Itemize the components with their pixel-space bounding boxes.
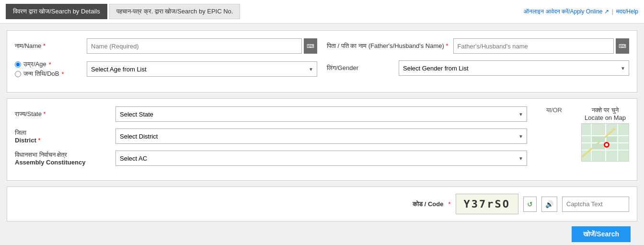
name-group: नाम/Name * ⌨	[15, 38, 317, 54]
dob-radio[interactable]	[15, 71, 21, 77]
ac-select-wrapper: Select AC	[115, 151, 527, 166]
age-select[interactable]: Select Age from List	[87, 61, 317, 77]
location-fields: राज्य/State * Select State जिला District	[15, 106, 527, 173]
external-link-icon: ↗	[604, 8, 609, 15]
age-group: उम्र/Age * जन्म तिथि/DoB * Select Age fr…	[15, 60, 317, 78]
district-label: जिला District *	[15, 129, 111, 144]
tab-group: विवरण द्वारा खोज/Search by Details पहचान…	[6, 4, 240, 19]
state-select-wrapper: Select State	[115, 106, 527, 122]
main-content: नाम/Name * ⌨ पिता / पति का नाम (Father's…	[0, 23, 644, 245]
svg-rect-9	[607, 137, 617, 142]
father-label: पिता / पति का नाम (Father's/Husband's Na…	[327, 42, 448, 50]
age-dob-radio-group: उम्र/Age * जन्म तिथि/DoB *	[15, 60, 82, 78]
captcha-input[interactable]	[562, 197, 629, 212]
dob-radio-label[interactable]: जन्म तिथि/DoB *	[15, 70, 82, 78]
map-thumbnail[interactable]	[581, 123, 629, 162]
state-required-star: *	[44, 110, 46, 117]
audio-icon: 🔊	[545, 200, 553, 208]
keyboard-icon: ⌨	[307, 43, 314, 49]
refresh-icon: ↺	[527, 200, 533, 208]
search-button[interactable]: खोजें/Search	[572, 226, 631, 242]
district-required-star: *	[38, 137, 40, 144]
captcha-image: Y37rSO	[456, 194, 518, 214]
or-divider: या/OR	[537, 106, 572, 114]
location-inner: राज्य/State * Select State जिला District	[15, 106, 629, 173]
name-input[interactable]	[87, 38, 302, 54]
ac-row: विधानसभा निर्वाचन क्षेत्र Assembly Const…	[15, 151, 527, 166]
locate-label: नक्शे पर चुने Locate on Map	[585, 106, 626, 121]
tab-search-by-details[interactable]: विवरण द्वारा खोज/Search by Details	[6, 4, 107, 19]
father-required-star: *	[446, 42, 448, 49]
age-select-wrapper: Select Age from List	[87, 61, 317, 77]
map-svg	[582, 124, 629, 162]
father-input-group: ⌨	[453, 38, 630, 54]
name-label: नाम/Name *	[15, 42, 82, 50]
svg-point-12	[605, 143, 608, 146]
age-radio[interactable]	[15, 61, 21, 68]
father-keyboard-button[interactable]: ⌨	[616, 38, 629, 54]
captcha-section: कोड / Code * Y37rSO ↺ 🔊	[7, 187, 637, 222]
ac-select[interactable]: Select AC	[115, 151, 527, 166]
location-section: राज्य/State * Select State जिला District	[7, 98, 637, 181]
father-group: पिता / पति का नाम (Father's/Husband's Na…	[327, 38, 629, 54]
father-input[interactable]	[453, 38, 614, 54]
state-select[interactable]: Select State	[115, 106, 527, 122]
top-bar: विवरण द्वारा खोज/Search by Details पहचान…	[0, 0, 644, 23]
name-input-group: ⌨	[87, 38, 317, 54]
search-button-group: खोजें/Search	[7, 222, 637, 242]
gender-label: लिंग/Gender	[327, 64, 394, 72]
top-right-links: ऑनलाइन आवेदन करें/Apply Online ↗ | मदद/H…	[524, 8, 638, 15]
separator: |	[612, 8, 613, 15]
captcha-audio-button[interactable]: 🔊	[541, 197, 557, 212]
keyboard-icon: ⌨	[619, 43, 626, 49]
gender-group: लिंग/Gender Select Gender from List Male…	[327, 60, 629, 76]
captcha-refresh-button[interactable]: ↺	[523, 197, 537, 212]
district-row: जिला District * Select District	[15, 128, 527, 144]
gender-select[interactable]: Select Gender from List Male Female Othe…	[399, 60, 629, 76]
svg-rect-10	[592, 144, 605, 149]
state-label: राज्य/State *	[15, 110, 111, 118]
captcha-label: कोड / Code	[413, 200, 443, 208]
apply-online-link[interactable]: ऑनलाइन आवेदन करें/Apply Online ↗	[524, 8, 609, 15]
svg-rect-8	[592, 137, 605, 142]
captcha-required-star: *	[448, 200, 450, 208]
age-required-star: *	[49, 61, 51, 68]
name-keyboard-button[interactable]: ⌨	[304, 38, 317, 54]
gender-select-wrapper: Select Gender from List Male Female Othe…	[399, 60, 629, 76]
district-select[interactable]: Select District	[115, 128, 527, 144]
age-radio-label[interactable]: उम्र/Age *	[15, 60, 82, 68]
help-link[interactable]: मदद/Help	[616, 8, 638, 15]
state-row: राज्य/State * Select State	[15, 106, 527, 122]
age-gender-row: उम्र/Age * जन्म तिथि/DoB * Select Age fr…	[15, 60, 629, 78]
dob-required-star: *	[62, 70, 64, 78]
personal-details-section: नाम/Name * ⌨ पिता / पति का नाम (Father's…	[7, 30, 637, 93]
tab-search-by-epic[interactable]: पहचान-पत्र क्र. द्वारा खोज/Search by EPI…	[109, 4, 241, 19]
map-section: नक्शे पर चुने Locate on Map	[581, 106, 629, 162]
name-required-star: *	[43, 42, 46, 49]
name-father-row: नाम/Name * ⌨ पिता / पति का नाम (Father's…	[15, 38, 629, 54]
ac-label: विधानसभा निर्वाचन क्षेत्र Assembly Const…	[15, 151, 111, 166]
district-select-wrapper: Select District	[115, 128, 527, 144]
